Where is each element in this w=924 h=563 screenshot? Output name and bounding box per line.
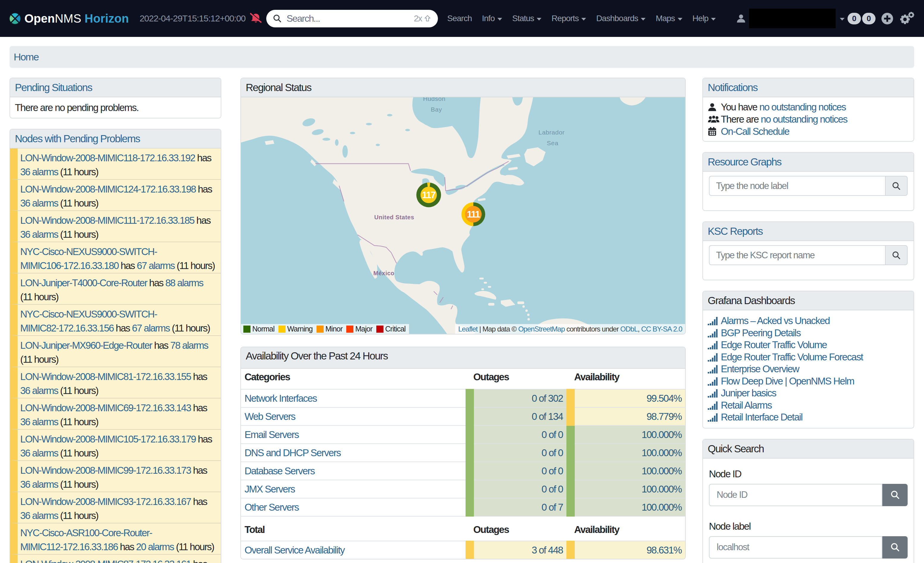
svg-text:Hudson: Hudson — [423, 97, 446, 102]
svg-text:México: México — [374, 270, 394, 276]
svg-text:Sea: Sea — [547, 140, 558, 146]
svg-text:United States: United States — [374, 214, 414, 221]
svg-text:Labrador: Labrador — [538, 129, 565, 136]
svg-text:117: 117 — [422, 190, 435, 200]
svg-text:Bay: Bay — [431, 106, 442, 113]
svg-text:111: 111 — [467, 209, 480, 219]
